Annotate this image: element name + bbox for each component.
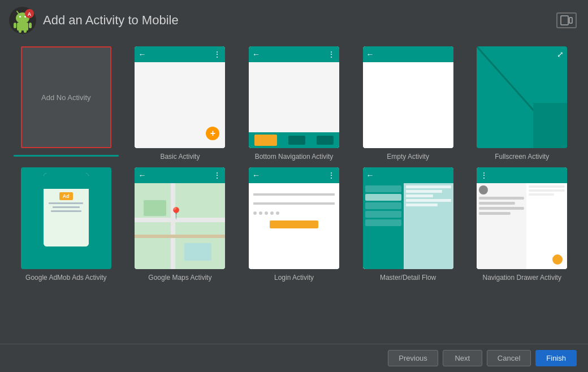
map-road-v: [171, 183, 175, 269]
login-label: Login Activity: [274, 274, 314, 282]
fullscreen-thumb: ⤢: [477, 46, 567, 148]
map-road-tan: [135, 235, 225, 238]
nav-drawer-thumb: ⋮: [477, 167, 567, 269]
basic-body: +: [135, 62, 225, 148]
content-line: [529, 185, 565, 188]
nav-drawer-body: [477, 183, 567, 269]
selection-indicator: [14, 155, 119, 157]
activity-item-maps[interactable]: ← ⋮ 📍 Google Maps Activity: [128, 167, 233, 282]
activity-item-admob[interactable]: Ad Google AdMob Ads Activity: [14, 167, 119, 282]
login-field-2: [253, 202, 335, 205]
back-arrow-icon: ←: [366, 50, 374, 59]
detail-panel: [404, 183, 453, 269]
next-button[interactable]: Next: [443, 350, 482, 366]
maps-body: 📍: [135, 183, 225, 269]
empty-activity-thumb: ←: [363, 46, 453, 148]
activity-item-master-detail[interactable]: ←: [356, 167, 461, 282]
login-topbar: ← ⋮: [249, 167, 339, 183]
basic-topbar: ← ⋮: [135, 46, 225, 62]
admob-label: Google AdMob Ads Activity: [25, 274, 106, 282]
bottom-nav-item: [288, 136, 305, 145]
admob-thumb: Ad: [21, 167, 111, 269]
detail-line: [406, 194, 433, 197]
maps-label: Google Maps Activity: [148, 274, 211, 282]
back-arrow-icon: ←: [138, 50, 146, 59]
activity-item-nav-drawer[interactable]: ⋮: [469, 167, 574, 282]
master-detail-topbar: ←: [363, 167, 453, 183]
admob-phone: Ad: [44, 173, 89, 246]
ad-badge: Ad: [59, 192, 73, 200]
drawer-avatar: [479, 185, 488, 194]
activity-item-bottom-nav[interactable]: ← ⋮ Bottom Navigation Activity: [241, 46, 347, 161]
login-body: [249, 183, 339, 269]
nav-drawer-topbar: ⋮: [477, 167, 567, 183]
previous-button[interactable]: Previous: [388, 350, 438, 366]
svg-rect-9: [19, 29, 21, 33]
no-activity-thumb: Add No Activity: [21, 46, 111, 148]
diagonal-line: [477, 46, 567, 148]
maps-topbar: ← ⋮: [135, 167, 225, 183]
activity-item-login[interactable]: ← ⋮: [241, 167, 347, 282]
password-dot: [276, 211, 279, 215]
empty-label: Empty Activity: [387, 153, 429, 161]
drawer-item: [479, 197, 524, 200]
detail-line: [406, 190, 442, 193]
master-item: [365, 211, 401, 218]
page-title: Add an Activity to Mobile: [43, 13, 179, 28]
header-left: A Add an Activity to Mobile: [9, 7, 179, 34]
svg-rect-10: [24, 29, 27, 33]
activity-item-fullscreen[interactable]: ⤢ Fullscreen Activity: [469, 46, 574, 161]
content-line: [529, 189, 565, 192]
header: A Add an Activity to Mobile: [0, 0, 588, 40]
activity-grid: Add No Activity ← ⋮ + Basic Activity: [11, 44, 577, 284]
svg-point-2: [19, 16, 21, 18]
svg-rect-8: [29, 23, 32, 28]
svg-rect-6: [17, 23, 28, 31]
map-block2: [184, 243, 211, 260]
master-item: [365, 202, 401, 209]
activity-item-basic[interactable]: ← ⋮ + Basic Activity: [128, 46, 233, 161]
master-detail-body: [363, 183, 453, 269]
fullscreen-label: Fullscreen Activity: [495, 153, 549, 161]
cancel-button[interactable]: Cancel: [487, 350, 531, 366]
drawer-item: [479, 207, 524, 210]
empty-body: [363, 62, 453, 148]
master-detail-thumb: ←: [363, 167, 453, 269]
svg-rect-13: [561, 16, 568, 25]
android-logo-icon: A: [9, 7, 36, 34]
svg-text:A: A: [28, 11, 32, 17]
login-dots-row: [253, 211, 335, 215]
bottom-nav-body: [249, 62, 339, 132]
maps-thumb: ← ⋮ 📍: [135, 167, 225, 269]
master-item-selected: [365, 194, 401, 201]
overflow-icon: ⋮: [213, 50, 222, 59]
back-arrow-icon: ←: [252, 50, 260, 59]
activity-item-no-activity[interactable]: Add No Activity: [14, 46, 119, 161]
bottom-nav-item: [317, 136, 334, 145]
nav-drawer-label: Navigation Drawer Activity: [483, 274, 561, 282]
svg-rect-16: [533, 103, 567, 148]
detail-line: [406, 185, 451, 188]
svg-rect-14: [569, 18, 572, 23]
overflow-icon: ⋮: [327, 171, 336, 180]
bottom-nav-label: Bottom Navigation Activity: [255, 153, 334, 161]
drawer-panel: [477, 183, 526, 269]
master-list: [363, 183, 404, 269]
fab-icon: +: [206, 127, 219, 140]
detail-line: [406, 204, 438, 206]
drawer-item: [479, 202, 515, 205]
overflow-icon: ⋮: [327, 50, 336, 59]
password-dot: [253, 211, 257, 215]
map-pin-icon: 📍: [169, 207, 183, 219]
no-activity-label: Add No Activity: [41, 93, 90, 102]
device-icon: [556, 12, 577, 28]
finish-button[interactable]: Finish: [535, 350, 577, 366]
login-field-1: [253, 193, 335, 196]
activity-item-empty[interactable]: ← Empty Activity: [356, 46, 461, 161]
login-button: [270, 220, 318, 228]
svg-rect-7: [14, 23, 16, 28]
footer: Previous Next Cancel Finish: [0, 344, 588, 372]
activity-grid-container: Add No Activity ← ⋮ + Basic Activity: [0, 40, 588, 344]
bottom-nav-thumb: ← ⋮: [249, 46, 339, 148]
bottom-nav-topbar: ← ⋮: [249, 46, 339, 62]
